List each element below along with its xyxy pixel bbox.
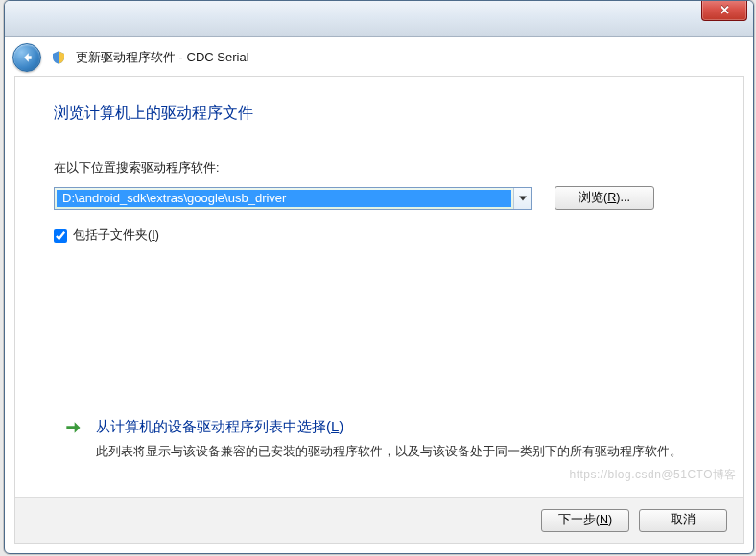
path-combobox[interactable]: D:\android_sdk\extras\google\usb_driver	[54, 187, 532, 210]
page-heading: 浏览计算机上的驱动程序文件	[54, 104, 704, 124]
back-button[interactable]	[12, 43, 41, 72]
pick-from-list-option[interactable]: 从计算机的设备驱动程序列表中选择(L) 此列表将显示与该设备兼容的已安装的驱动程…	[63, 418, 704, 461]
arrow-left-icon	[20, 51, 34, 64]
search-label: 在以下位置搜索驱动程序软件:	[54, 160, 704, 176]
watermark: https://blog.csdn@51CTO博客	[569, 467, 737, 483]
dropdown-arrow[interactable]	[513, 188, 531, 209]
include-subfolders-label: 包括子文件夹(I)	[73, 227, 159, 243]
pick-from-list-title: 从计算机的设备驱动程序列表中选择(L)	[96, 418, 682, 436]
arrow-right-icon	[63, 418, 83, 437]
browse-button[interactable]: 浏览(R)...	[555, 186, 654, 210]
dialog-window: ✕ 更新驱动程序软件 - CDC Serial 浏览计算机上的驱动程序文件 在以…	[4, 0, 754, 554]
wizard-body: 浏览计算机上的驱动程序文件 在以下位置搜索驱动程序软件: D:\android_…	[14, 76, 744, 544]
next-button[interactable]: 下一步(N)	[541, 509, 629, 532]
shield-icon	[51, 49, 66, 66]
include-subfolders-checkbox[interactable]	[54, 229, 67, 243]
close-button[interactable]: ✕	[701, 0, 747, 21]
include-subfolders-row[interactable]: 包括子文件夹(I)	[54, 227, 704, 243]
dialog-title: 更新驱动程序软件 - CDC Serial	[76, 49, 249, 66]
chevron-down-icon	[519, 196, 527, 201]
titlebar: ✕	[5, 1, 753, 37]
pick-from-list-desc: 此列表将显示与该设备兼容的已安装的驱动程序软件，以及与该设备处于同一类别下的所有…	[96, 442, 682, 461]
path-value[interactable]: D:\android_sdk\extras\google\usb_driver	[57, 190, 511, 207]
dialog-footer: 下一步(N) 取消	[15, 497, 743, 543]
close-icon: ✕	[720, 3, 730, 17]
header-row: 更新驱动程序软件 - CDC Serial	[12, 43, 745, 72]
cancel-button[interactable]: 取消	[639, 509, 727, 532]
